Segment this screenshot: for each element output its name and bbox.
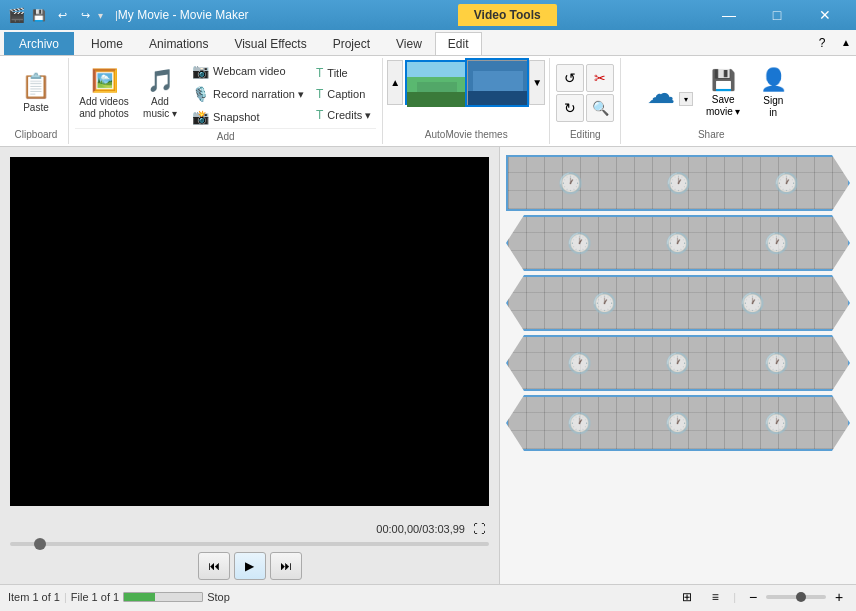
- play-button[interactable]: ▶: [234, 552, 266, 580]
- clock-1-1: 🕐: [558, 171, 583, 195]
- add-music-button[interactable]: 🎵 Addmusic ▾: [135, 64, 185, 124]
- title-bar: 🎬 💾 ↩ ↪ ▾ | My Movie - Movie Maker Video…: [0, 0, 856, 30]
- clock-2-1: 🕐: [567, 231, 592, 255]
- share-label: Share: [698, 126, 725, 142]
- tab-edit[interactable]: Edit: [435, 32, 482, 55]
- main-area: 00:00,00/03:03,99 ⛶ ⏮ ▶ ⏭ 🕐 🕐 🕐: [0, 147, 856, 584]
- credits-button[interactable]: T Credits ▾: [311, 105, 376, 125]
- step-forward-button[interactable]: ⏭: [270, 552, 302, 580]
- onedrive-icon: ☁: [647, 77, 675, 110]
- film-strip-5[interactable]: 🕐 🕐 🕐: [506, 395, 850, 451]
- remove-btn[interactable]: ✂: [586, 64, 614, 92]
- save-movie-button[interactable]: 💾 Savemovie ▾: [697, 64, 749, 122]
- svg-rect-5: [468, 91, 528, 106]
- zoom-slider[interactable]: [766, 595, 826, 599]
- title-button[interactable]: T Title: [311, 63, 376, 83]
- webcam-icon: 📷: [192, 63, 209, 79]
- view-toggle-2[interactable]: ≡: [705, 588, 725, 606]
- narration-label: Record narration ▾: [213, 88, 304, 101]
- clock-4-1: 🕐: [567, 351, 592, 375]
- minimize-btn[interactable]: —: [706, 1, 752, 29]
- ribbon-group-automovie: ▲: [383, 58, 550, 144]
- snapshot-button[interactable]: 📸 Snapshot: [187, 106, 309, 128]
- fullscreen-btn[interactable]: ⛶: [469, 520, 489, 538]
- add-music-icon: 🎵: [147, 68, 174, 94]
- cloud-dropdown[interactable]: ▾: [679, 92, 693, 106]
- zoom-out-btn[interactable]: −: [744, 588, 762, 606]
- clock-1-2: 🕐: [666, 171, 691, 195]
- title-bar-title: My Movie - Movie Maker: [118, 8, 249, 22]
- video-preview-area: 00:00,00/03:03,99 ⛶ ⏮ ▶ ⏭: [0, 147, 500, 584]
- quick-access: 💾 ↩ ↪ ▾: [29, 5, 103, 25]
- seek-bar[interactable]: [10, 542, 489, 546]
- video-tools-tab[interactable]: Video Tools: [458, 4, 557, 26]
- film-strip-3[interactable]: 🕐 🕐: [506, 275, 850, 331]
- film-strip-4[interactable]: 🕐 🕐 🕐: [506, 335, 850, 391]
- clock-2-3: 🕐: [764, 231, 789, 255]
- rotate-right-btn[interactable]: ↻: [556, 94, 584, 122]
- tab-archivo[interactable]: Archivo: [4, 32, 74, 55]
- seek-thumb: [34, 538, 46, 550]
- caption-icon: T: [316, 87, 323, 101]
- redo-btn[interactable]: ↪: [75, 5, 95, 25]
- caption-button[interactable]: T Caption: [311, 84, 376, 104]
- paste-label: Paste: [23, 102, 49, 114]
- webcam-video-button[interactable]: 📷 Webcam video: [187, 60, 309, 82]
- clock-1-3: 🕐: [774, 171, 799, 195]
- clock-4-3: 🕐: [764, 351, 789, 375]
- undo-btn[interactable]: ↩: [52, 5, 72, 25]
- maximize-btn[interactable]: □: [754, 1, 800, 29]
- zoom-controls: − +: [744, 588, 848, 606]
- help-btn[interactable]: ?: [812, 33, 832, 53]
- film-strip-1[interactable]: 🕐 🕐 🕐: [506, 155, 850, 211]
- ribbon-tabs: Archivo Home Animations Visual Effects P…: [0, 30, 856, 56]
- theme-scroll-up[interactable]: ▲: [387, 60, 403, 105]
- view-toggle-1[interactable]: ⊞: [677, 588, 697, 606]
- progress-bar: [123, 592, 203, 602]
- paste-button[interactable]: 📋 Paste: [10, 64, 62, 122]
- theme-thumbnail-2[interactable]: [467, 60, 527, 105]
- add-videos-icon: 🖼️: [91, 68, 118, 94]
- time-display: 00:00,00/03:03,99: [376, 523, 465, 535]
- ribbon: 📋 Paste Clipboard 🖼️ Add videosand photo…: [0, 56, 856, 147]
- clipboard-label: Clipboard: [15, 126, 58, 142]
- theme-scroll-down[interactable]: ▼: [529, 60, 545, 105]
- credits-label: Credits ▾: [327, 109, 371, 122]
- film-strip-2[interactable]: 🕐 🕐 🕐: [506, 215, 850, 271]
- clock-3-1: 🕐: [592, 291, 617, 315]
- dropdown-arrow: ▾: [98, 10, 103, 21]
- clock-3-2: 🕐: [740, 291, 765, 315]
- rotate-left-btn[interactable]: ↺: [556, 64, 584, 92]
- ribbon-text-buttons: T Title T Caption T Credits ▾: [311, 63, 376, 125]
- title-label: Title: [327, 67, 347, 79]
- theme-thumbnail-1[interactable]: [405, 60, 465, 105]
- status-left: Item 1 of 1 | File 1 of 1 Stop: [8, 591, 230, 603]
- snapshot-label: Snapshot: [213, 111, 259, 123]
- sign-in-button[interactable]: 👤 Signin: [751, 63, 795, 123]
- rewind-button[interactable]: ⏮: [198, 552, 230, 580]
- timeline-scroll[interactable]: 🕐 🕐 🕐 🕐 🕐 🕐 🕐 🕐: [500, 147, 856, 584]
- playback-buttons: ⏮ ▶ ⏭: [10, 552, 489, 580]
- add-videos-button[interactable]: 🖼️ Add videosand photos: [75, 64, 133, 124]
- timeline-area: 🕐 🕐 🕐 🕐 🕐 🕐 🕐 🕐: [500, 147, 856, 584]
- title-bar-controls: — □ ✕: [706, 1, 848, 29]
- clock-5-3: 🕐: [764, 411, 789, 435]
- tab-view[interactable]: View: [383, 32, 435, 55]
- tab-visual-effects[interactable]: Visual Effects: [221, 32, 319, 55]
- editing-label: Editing: [570, 126, 601, 142]
- tab-home[interactable]: Home: [78, 32, 136, 55]
- record-narration-button[interactable]: 🎙️ Record narration ▾: [187, 83, 309, 105]
- ribbon-group-add: 🖼️ Add videosand photos 🎵 Addmusic ▾ 📷 W…: [69, 58, 383, 144]
- ribbon-group-editing: ↺ ✂ ↻ 🔍 Editing: [550, 58, 621, 144]
- automovie-label: AutoMovie themes: [425, 126, 508, 142]
- close-btn[interactable]: ✕: [802, 1, 848, 29]
- item-count: Item 1 of 1: [8, 591, 60, 603]
- tab-animations[interactable]: Animations: [136, 32, 221, 55]
- tab-project[interactable]: Project: [320, 32, 383, 55]
- caption-label: Caption: [327, 88, 365, 100]
- zoom-in-btn[interactable]: +: [830, 588, 848, 606]
- collapse-ribbon-btn[interactable]: ▲: [836, 33, 856, 53]
- zoom-btn[interactable]: 🔍: [586, 94, 614, 122]
- webcam-label: Webcam video: [213, 65, 286, 77]
- save-quick-btn[interactable]: 💾: [29, 5, 49, 25]
